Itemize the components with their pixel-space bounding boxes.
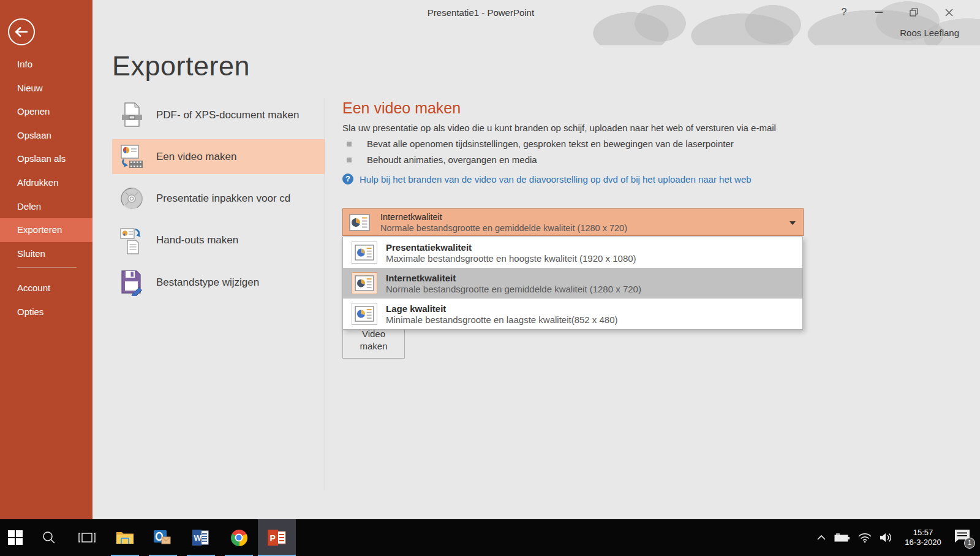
- close-icon: [945, 9, 953, 17]
- quality-option-subtitle: Maximale bestandsgrootte en hoogste kwal…: [386, 253, 636, 264]
- quality-option-internetkwaliteit[interactable]: Internetkwaliteit Normale bestandsgroott…: [343, 268, 802, 299]
- quality-slide-icon: [352, 272, 377, 294]
- windows-taskbar: W P: [0, 519, 980, 556]
- back-button[interactable]: [8, 18, 35, 45]
- windows-logo-icon: [8, 530, 23, 545]
- quality-slide-icon: [349, 214, 370, 231]
- taskbar-app-powerpoint[interactable]: P: [258, 519, 296, 556]
- handouts-icon: [119, 226, 144, 254]
- close-button[interactable]: [943, 5, 955, 20]
- sidebar-item-afdrukken[interactable]: Afdrukken: [0, 171, 92, 195]
- task-view-icon: [78, 531, 96, 544]
- file-explorer-icon: [116, 530, 134, 545]
- export-option-handouts[interactable]: Hand-outs maken: [112, 223, 325, 258]
- export-option-label: Hand-outs maken: [156, 234, 238, 246]
- backstage-sidebar: Info Nieuw Openen Opslaan Opslaan als Af…: [0, 0, 92, 519]
- export-option-package-cd[interactable]: Presentatie inpakken voor cd: [112, 181, 325, 216]
- quality-option-presentatiekwaliteit[interactable]: Presentatiekwaliteit Maximale bestandsgr…: [343, 237, 802, 268]
- quality-option-texts: Presentatiekwaliteit Maximale bestandsgr…: [386, 242, 636, 264]
- clock[interactable]: 15:57 16-3-2020: [901, 528, 945, 547]
- quality-select-texts: Internetkwaliteit Normale bestandsgroott…: [380, 212, 627, 233]
- help-link[interactable]: ? Hulp bij het branden van de video van …: [342, 173, 752, 185]
- column-separator: [325, 98, 325, 490]
- user-name: Roos Leeflang: [900, 28, 959, 38]
- start-button[interactable]: [0, 519, 30, 556]
- package-for-cd-icon: [119, 185, 144, 213]
- tray-chevron-up-icon[interactable]: [816, 535, 826, 541]
- quality-option-subtitle: Normale bestandsgrootte en gemiddelde kw…: [386, 284, 641, 294]
- task-view-button[interactable]: [68, 519, 106, 556]
- backstage-nav: Info Nieuw Openen Opslaan Opslaan als Af…: [0, 53, 92, 324]
- sidebar-item-opties[interactable]: Opties: [0, 300, 92, 324]
- sidebar-item-openen[interactable]: Openen: [0, 100, 92, 124]
- sidebar-item-opslaan[interactable]: Opslaan: [0, 124, 92, 148]
- taskbar-app-file-explorer[interactable]: [106, 519, 144, 556]
- bullet-text: Bevat alle openomen tijdsinstellingen, g…: [367, 139, 734, 149]
- pdf-xps-document-icon: [119, 101, 144, 129]
- volume-icon[interactable]: [880, 532, 893, 543]
- outlook-icon: [154, 529, 172, 546]
- search-icon: [42, 530, 56, 545]
- sidebar-item-opslaan-als[interactable]: Opslaan als: [0, 147, 92, 171]
- export-option-create-video[interactable]: Een video maken: [112, 139, 325, 174]
- powerpoint-icon: P: [268, 530, 286, 546]
- panel-description: Sla uw presentatie op als video die u ku…: [342, 123, 776, 133]
- bullet-item: Bevat alle openomen tijdsinstellingen, g…: [342, 139, 734, 149]
- quality-select-value: Internetkwaliteit: [380, 212, 627, 222]
- panel-title: Een video maken: [342, 99, 461, 117]
- help-question-icon: ?: [342, 173, 353, 185]
- sidebar-item-account[interactable]: Account: [0, 276, 92, 300]
- back-arrow-icon: [14, 26, 29, 37]
- export-option-label: PDF- of XPS-document maken: [156, 109, 299, 121]
- export-option-pdf-xps[interactable]: PDF- of XPS-document maken: [112, 97, 325, 132]
- system-tray: 15:57 16-3-2020 1: [816, 519, 980, 556]
- clock-time: 15:57: [901, 528, 945, 538]
- sidebar-item-sluiten[interactable]: Sluiten: [0, 242, 92, 266]
- sidebar-item-nieuw[interactable]: Nieuw: [0, 77, 92, 101]
- help-link-text: Hulp bij het branden van de video van de…: [360, 174, 752, 185]
- quality-option-subtitle: Minimale bestandsgrootte en laagste kwal…: [386, 314, 618, 325]
- quality-option-texts: Lage kwaliteit Minimale bestandsgrootte …: [386, 303, 618, 325]
- quality-select-subtitle: Normale bestandsgrootte en gemiddelde kw…: [380, 223, 627, 233]
- battery-charging-icon[interactable]: [834, 533, 850, 543]
- chrome-icon: [231, 530, 247, 546]
- bullet-square-icon: [347, 158, 352, 162]
- change-file-type-icon: [119, 268, 144, 297]
- export-option-change-file-type[interactable]: Bestandstype wijzigen: [112, 265, 325, 300]
- restore-icon: [910, 8, 918, 17]
- taskbar-app-chrome[interactable]: [220, 519, 258, 556]
- sidebar-item-info[interactable]: Info: [0, 53, 92, 77]
- clock-date: 16-3-2020: [901, 538, 945, 547]
- create-video-icon: [119, 143, 144, 171]
- video-quality-dropdown-list: Presentatiekwaliteit Maximale bestandsgr…: [342, 237, 803, 330]
- wifi-icon[interactable]: [858, 533, 872, 543]
- minimize-button[interactable]: [873, 5, 885, 20]
- action-center-button[interactable]: 1: [953, 528, 974, 547]
- chevron-down-icon: [790, 221, 796, 225]
- page-title: Exporteren: [112, 50, 250, 82]
- sidebar-item-delen[interactable]: Delen: [0, 195, 92, 219]
- bullet-item: Behoudt animaties, overgangen en media: [342, 154, 537, 165]
- sidebar-divider: [17, 267, 77, 268]
- quality-option-title: Lage kwaliteit: [386, 303, 618, 314]
- video-quality-select[interactable]: Internetkwaliteit Normale bestandsgroott…: [342, 208, 804, 236]
- quality-option-title: Internetkwaliteit: [386, 273, 641, 283]
- maximize-button[interactable]: [908, 5, 920, 20]
- export-options-list: PDF- of XPS-document maken Een: [112, 97, 325, 307]
- powerpoint-backstage-window: Presentatie1 - PowerPoint ? Roos Leeflan…: [0, 0, 980, 556]
- notification-badge: 1: [964, 538, 975, 549]
- export-option-label: Bestandstype wijzigen: [156, 276, 259, 289]
- taskbar-app-word[interactable]: W: [182, 519, 220, 556]
- taskbar-app-outlook[interactable]: [144, 519, 182, 556]
- quality-option-title: Presentatiekwaliteit: [386, 242, 636, 253]
- window-controls: ?: [838, 5, 955, 20]
- svg-text:W: W: [194, 533, 202, 543]
- bullet-text: Behoudt animaties, overgangen en media: [367, 154, 537, 165]
- sidebar-item-exporteren[interactable]: Exporteren: [0, 218, 92, 242]
- quality-option-lage-kwaliteit[interactable]: Lage kwaliteit Minimale bestandsgrootte …: [343, 299, 802, 329]
- svg-text:P: P: [270, 533, 276, 543]
- search-button[interactable]: [30, 519, 68, 556]
- help-button[interactable]: ?: [838, 5, 850, 20]
- quality-option-texts: Internetkwaliteit Normale bestandsgroott…: [386, 273, 641, 294]
- bullet-square-icon: [347, 142, 352, 147]
